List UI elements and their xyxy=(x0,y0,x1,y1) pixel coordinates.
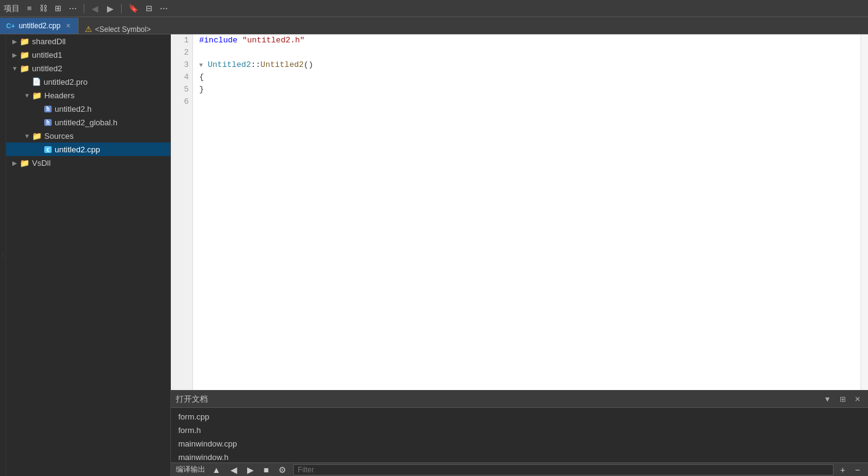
open-doc-form-h[interactable]: form.h xyxy=(176,424,863,437)
line-number-4: 4 xyxy=(171,71,189,84)
line-numbers: 123456 xyxy=(171,34,193,390)
tree-item-untitled2-h[interactable]: huntitled2.h xyxy=(6,102,170,115)
code-line-2 xyxy=(199,47,861,59)
tree-arrow-untitled1: ▶ xyxy=(10,52,20,58)
project-label: 项目 xyxy=(4,3,20,14)
open-docs-list: form.cppform.hmainwindow.cppmainwindow.h… xyxy=(171,408,868,462)
tree-icon-project: 📁 xyxy=(20,64,30,73)
tab-bar: C+ untitled2.cpp × ⚠ <Select Symbol> xyxy=(0,17,868,34)
tree-item-untitled2-pro[interactable]: 📄untitled2.pro xyxy=(6,75,170,88)
compile-output-label: 编译输出 xyxy=(176,464,205,475)
tree-icon-project: 📁 xyxy=(20,50,30,60)
project-panel: ▶📁sharedDll▶📁untitled1▼📁untitled2📄untitl… xyxy=(6,34,170,476)
code-line-5: } xyxy=(199,84,861,96)
tree-arrow-Headers: ▼ xyxy=(22,92,32,99)
line-number-5: 5 xyxy=(171,84,189,96)
sidebar: ▶📁sharedDll▶📁untitled1▼📁untitled2📄untitl… xyxy=(6,34,171,476)
tree-label-untitled2-cpp: untitled2.cpp xyxy=(55,145,100,154)
editor-content[interactable]: 123456 #include "untitled2.h"▼ Untitled2… xyxy=(171,34,868,390)
filter-input[interactable] xyxy=(293,464,833,475)
tree-label-untitled2: untitled2 xyxy=(32,64,62,73)
tab-warning-label: <Select Symbol> xyxy=(95,25,151,34)
cpp-file-icon: C+ xyxy=(6,22,15,29)
tree-icon-folder: 📁 xyxy=(32,91,42,100)
bottom-panel-header: 打开文档 ▼ ⊞ ✕ xyxy=(171,391,868,408)
tab-untitled2-cpp[interactable]: C+ untitled2.cpp × xyxy=(0,18,79,34)
line-number-6: 6 xyxy=(171,96,189,108)
expand-btn[interactable]: ⊞ xyxy=(52,2,64,14)
tree-label-sharedDll: sharedDll xyxy=(32,37,66,46)
bottom-panel-filter-btn[interactable]: ▼ xyxy=(821,394,834,405)
filter-btn[interactable]: ≡ xyxy=(25,2,34,14)
open-doc-mainwindow-cpp[interactable]: mainwindow.cpp xyxy=(176,437,863,451)
tree-arrow-sharedDll: ▶ xyxy=(10,38,20,45)
bottom-panel-expand-btn[interactable]: ⊞ xyxy=(837,394,848,405)
open-doc-mainwindow-h[interactable]: mainwindow.h xyxy=(176,451,863,462)
split-btn[interactable]: ⊟ xyxy=(143,2,155,14)
tree-icon-project: 📁 xyxy=(20,37,30,46)
tree-item-untitled2[interactable]: ▼📁untitled2 xyxy=(6,61,170,75)
tree-item-Sources[interactable]: ▼📁Sources xyxy=(6,129,170,142)
code-line-1: #include "untitled2.h" xyxy=(199,34,861,47)
status-settings-btn[interactable]: ⚙ xyxy=(275,464,290,475)
editor-area: 123456 #include "untitled2.h"▼ Untitled2… xyxy=(171,34,868,390)
tree-arrow-untitled2: ▼ xyxy=(10,65,20,72)
status-up-btn[interactable]: ▲ xyxy=(209,464,224,475)
bottom-panel: 打开文档 ▼ ⊞ ✕ form.cppform.hmainwindow.cppm… xyxy=(171,390,868,476)
main-area: ⋮ ▶📁sharedDll▶📁untitled1▼📁untitled2📄unti… xyxy=(0,34,868,476)
tree-label-Sources: Sources xyxy=(44,131,74,141)
tree-icon-folder: 📁 xyxy=(32,131,42,141)
warning-icon: ⚠ xyxy=(85,25,92,34)
extra-btn[interactable]: ⋯ xyxy=(157,2,170,14)
bottom-panel-close-btn[interactable]: ✕ xyxy=(852,394,863,405)
tree-label-untitled2-h: untitled2.h xyxy=(55,104,92,114)
toolbar-separator2 xyxy=(121,4,122,14)
tree-item-untitled2-cpp[interactable]: cuntitled2.cpp xyxy=(6,142,170,156)
toolbar-separator xyxy=(84,4,84,14)
more-btn[interactable]: ⋯ xyxy=(66,2,79,14)
status-left-btn[interactable]: ◀ xyxy=(227,464,240,475)
link-btn[interactable]: ⛓ xyxy=(37,2,50,14)
nav-forward-btn[interactable]: ▶ xyxy=(104,2,117,15)
fold-arrow-3[interactable]: ▼ xyxy=(199,62,207,69)
tree-icon-source: c xyxy=(44,146,52,153)
tab-warning[interactable]: ⚠ <Select Symbol> xyxy=(79,25,157,34)
line-number-3: 3 xyxy=(171,59,189,71)
code-area[interactable]: #include "untitled2.h"▼ Untitled2::Untit… xyxy=(193,34,861,390)
tab-close-btn[interactable]: × xyxy=(64,21,72,31)
status-bar: 编译输出 ▲ ◀ ▶ ■ ⚙ + − xyxy=(171,462,868,476)
filter-add-btn[interactable]: + xyxy=(837,464,848,475)
tree-label-untitled1: untitled1 xyxy=(32,50,62,60)
open-doc-form-cpp[interactable]: form.cpp xyxy=(176,410,863,424)
tab-label: untitled2.cpp xyxy=(18,21,60,30)
tree-item-Headers[interactable]: ▼📁Headers xyxy=(6,88,170,102)
tree-arrow-Sources: ▼ xyxy=(22,133,32,139)
line-number-1: 1 xyxy=(171,34,189,47)
tree-item-untitled2_global-h[interactable]: huntitled2_global.h xyxy=(6,115,170,129)
tree-item-VsDll[interactable]: ▶📁VsDll xyxy=(6,156,170,170)
tree-icon-header: h xyxy=(44,119,52,126)
nav-back-btn[interactable]: ◀ xyxy=(89,2,101,15)
open-docs-label: 打开文档 xyxy=(176,394,818,405)
tree-label-untitled2-pro: untitled2.pro xyxy=(44,77,88,87)
code-line-6 xyxy=(199,96,861,108)
code-line-4: { xyxy=(199,71,861,84)
tree-arrow-VsDll: ▶ xyxy=(10,160,20,166)
editor-scrollbar[interactable] xyxy=(861,34,868,390)
tree-icon-header: h xyxy=(44,106,52,112)
sidebar-resize-handle[interactable]: ⋮ xyxy=(0,34,6,476)
top-toolbar: 项目 ≡ ⛓ ⊞ ⋯ ◀ ▶ 🔖 ⊟ ⋯ xyxy=(0,0,868,17)
tree-item-untitled1[interactable]: ▶📁untitled1 xyxy=(6,48,170,61)
tree-icon-file: 📄 xyxy=(32,77,41,86)
filter-remove-btn[interactable]: − xyxy=(852,464,863,475)
tree-item-sharedDll[interactable]: ▶📁sharedDll xyxy=(6,34,170,48)
code-line-3: ▼ Untitled2::Untitled2() xyxy=(199,59,861,71)
tree-label-VsDll: VsDll xyxy=(32,158,50,168)
tree-label-untitled2_global-h: untitled2_global.h xyxy=(55,118,117,127)
status-right-btn[interactable]: ▶ xyxy=(244,464,257,475)
bookmark-btn[interactable]: 🔖 xyxy=(126,2,141,14)
project-tree: ▶📁sharedDll▶📁untitled1▼📁untitled2📄untitl… xyxy=(6,34,170,170)
tree-icon-project: 📁 xyxy=(20,158,30,168)
line-number-2: 2 xyxy=(171,47,189,59)
status-stop-btn[interactable]: ■ xyxy=(261,464,272,475)
